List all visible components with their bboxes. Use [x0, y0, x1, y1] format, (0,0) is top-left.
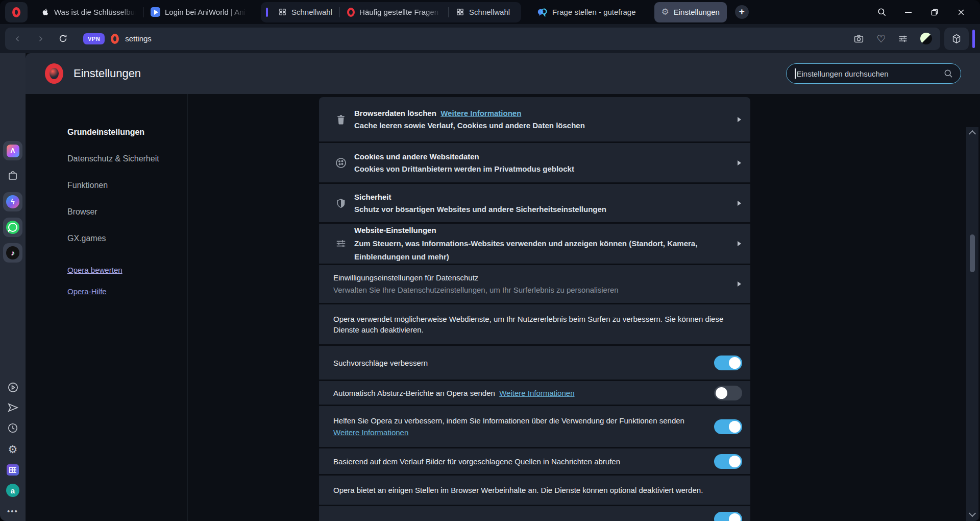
opera-logo-icon: [45, 63, 63, 84]
speed-dial-grid-icon: [278, 8, 287, 16]
sidebar-calculator-extension-button[interactable]: [0, 460, 26, 480]
nav-item-grundeinstellungen[interactable]: Grundeinstellungen: [67, 128, 187, 137]
bookmark-heart-icon[interactable]: ♡: [876, 34, 886, 44]
sidebar-amazon-button[interactable]: a: [0, 480, 26, 501]
absturz-berichte-toggle[interactable]: [714, 386, 742, 400]
sidebar-messenger-button[interactable]: ϟ: [0, 189, 26, 215]
chevron-right-icon: [738, 281, 741, 287]
row-einwilligungseinstellungen[interactable]: Einwilligungseinstellungen für Datenschu…: [319, 265, 750, 303]
suchvorschlaege-toggle[interactable]: [714, 356, 742, 370]
tab-haeufig-fragen[interactable]: Häufig gestellte Fragen zu: [340, 2, 448, 22]
weitere-informationen-link[interactable]: Weitere Informationen: [499, 389, 574, 397]
sidebar-shopping-button[interactable]: [0, 163, 26, 189]
tab-schluesselbund[interactable]: Was ist die Schlüsselbundv: [34, 2, 143, 22]
sidebar-flow-button[interactable]: [0, 398, 26, 419]
sidebar-setup-cube-button[interactable]: [944, 28, 969, 50]
tab-schnellwahl-1[interactable]: Schnellwahl: [271, 2, 339, 22]
weitere-informationen-link[interactable]: Weitere Informationen: [440, 109, 521, 117]
tab-label: Login bei AniWorld | AniW: [165, 8, 247, 16]
note-werbeinhalte: Opera bietet an einigen Stellen im Brows…: [319, 476, 750, 505]
settings-search-input[interactable]: [796, 69, 944, 78]
page-scrollbar[interactable]: [966, 127, 978, 521]
sidebar-tiktok-button[interactable]: ♪: [0, 240, 26, 266]
sidebar-more-button[interactable]: •••: [0, 501, 26, 521]
site-opera-icon: [111, 34, 119, 44]
sidebar-whatsapp-button[interactable]: [0, 215, 26, 240]
sidebar-player-button[interactable]: [0, 378, 26, 398]
link-opera-bewerten[interactable]: Opera bewerten: [67, 266, 187, 274]
search-icon: [943, 68, 953, 79]
minimize-button[interactable]: [902, 7, 914, 18]
sidebar-aria-button[interactable]: Λ: [0, 138, 26, 163]
link-opera-hilfe[interactable]: Opera-Hilfe: [67, 287, 187, 296]
aniworld-play-icon: [151, 7, 160, 17]
tab-gutefrage[interactable]: Frage stellen - gutefrage: [529, 2, 643, 22]
tab-einstellungen-active[interactable]: ⚙ Einstellungen: [654, 2, 727, 22]
tune-sliders-icon: [334, 238, 348, 249]
calculator-extension-icon: [7, 464, 19, 476]
row-website-einstellungen[interactable]: Website-Einstellungen Zum Steuern, was I…: [319, 224, 750, 264]
maximize-restore-button[interactable]: [929, 7, 940, 18]
scrollbar-up-arrow[interactable]: [969, 130, 976, 137]
row-sicherheit[interactable]: Sicherheit Schutz vor bösartigen Website…: [319, 184, 750, 222]
whatsapp-icon: [3, 218, 22, 237]
toggle-label: Automatisch Absturz-Berichte an Opera se…: [333, 389, 495, 397]
nav-item-browser[interactable]: Browser: [67, 207, 187, 217]
row-title: Sicherheit: [354, 191, 606, 203]
nutzungsdaten-toggle[interactable]: [714, 419, 742, 434]
extensions-tune-icon[interactable]: [898, 34, 908, 44]
apple-icon: [41, 7, 50, 17]
reload-button[interactable]: [58, 34, 68, 43]
tab-label: Schnellwahl: [291, 8, 332, 16]
nav-item-funktionen[interactable]: Funktionen: [67, 181, 187, 190]
url-text[interactable]: settings: [125, 34, 152, 43]
sidebar-history-button[interactable]: [0, 419, 26, 439]
opera-logo-icon: [12, 7, 20, 17]
chevron-right-icon: [738, 117, 741, 122]
tab-search-icon[interactable]: [876, 7, 887, 18]
row-verlauf-bilder: Basierend auf dem Verlauf Bilder für vor…: [319, 448, 750, 474]
sidebar-settings-button[interactable]: ⚙: [0, 439, 26, 460]
settings-search[interactable]: [786, 63, 961, 84]
sidebar-accent-bar: [972, 30, 975, 48]
partial-toggle[interactable]: [714, 512, 742, 521]
chevron-right-icon: [738, 160, 741, 165]
toggle-label: Helfen Sie Opera zu verbessern, indem Si…: [333, 416, 684, 425]
row-cookies[interactable]: Cookies und andere Websitedaten Cookies …: [319, 143, 750, 182]
shield-icon: [334, 197, 348, 209]
window-controls: [876, 7, 975, 18]
row-subtitle: Cookies von Drittanbietern werden im Pri…: [354, 163, 574, 175]
new-tab-button[interactable]: +: [735, 5, 749, 19]
tab-schnellwahl-2[interactable]: Schnellwahl: [449, 2, 517, 22]
ellipsis-icon: •••: [7, 507, 18, 515]
tab-group-island: Schnellwahl Häufig gestellte Fragen zu S…: [261, 2, 521, 22]
row-subtitle: Schutz vor bösartigen Websites und ander…: [354, 203, 606, 216]
scrollbar-thumb[interactable]: [970, 234, 975, 272]
send-arrow-icon: [7, 401, 19, 416]
nav-item-gxgames[interactable]: GX.games: [67, 234, 187, 243]
verlauf-bilder-toggle[interactable]: [714, 454, 742, 469]
close-button[interactable]: [955, 7, 967, 18]
settings-header: Einstellungen: [26, 53, 980, 94]
row-subtitle: Cache leeren sowie Verlauf, Cookies und …: [354, 120, 585, 132]
trash-icon: [334, 113, 348, 126]
vpn-badge[interactable]: VPN: [83, 33, 105, 44]
amazon-icon: a: [6, 484, 19, 497]
tab-aniworld[interactable]: Login bei AniWorld | AniW: [143, 2, 254, 22]
page-title: Einstellungen: [74, 67, 141, 80]
weitere-informationen-link[interactable]: Weitere Informationen: [333, 428, 408, 437]
chevron-right-icon: [738, 201, 741, 206]
back-button[interactable]: [13, 34, 22, 43]
forward-button[interactable]: [36, 34, 45, 43]
theme-toggle-icon[interactable]: [920, 33, 932, 44]
opera-menu-button[interactable]: [5, 2, 28, 22]
snapshot-camera-icon[interactable]: [853, 33, 864, 44]
opera-page-icon: [347, 8, 355, 17]
play-circle-icon: [7, 382, 19, 395]
row-nutzungsdaten: Helfen Sie Opera zu verbessern, indem Si…: [319, 406, 750, 447]
row-browserdaten-loeschen[interactable]: Browserdaten löschen Weitere Information…: [319, 97, 750, 141]
settings-main: Browserdaten löschen Weitere Information…: [319, 97, 750, 521]
nav-item-datenschutz[interactable]: Datenschutz & Sicherheit: [67, 154, 187, 163]
address-bar[interactable]: VPN settings ♡: [5, 28, 940, 50]
scrollbar-down-arrow[interactable]: [969, 510, 976, 517]
